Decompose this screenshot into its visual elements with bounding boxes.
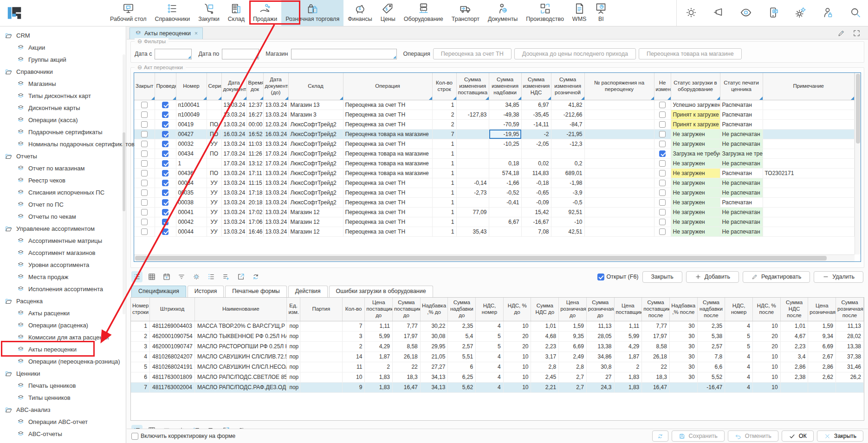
posted-checkbox[interactable] xyxy=(162,228,168,235)
export-icon[interactable] xyxy=(235,271,246,282)
closed-checkbox[interactable] xyxy=(141,228,148,235)
eye-icon[interactable] xyxy=(740,7,752,19)
closed-checkbox[interactable] xyxy=(141,102,148,108)
module-list[interactable]: Справочники xyxy=(150,0,194,26)
posted-checkbox[interactable] xyxy=(162,102,168,108)
column-header[interactable]: Закрыт xyxy=(134,73,155,100)
column-header[interactable]: Цена поставщика xyxy=(614,298,642,321)
no_change-checkbox[interactable] xyxy=(659,209,666,215)
detail-tab[interactable]: Ошибки загрузки в оборудование xyxy=(329,286,433,297)
table-row[interactable]: п10004113.03.2412:3713.03.24Магазин 13Пе… xyxy=(134,100,855,110)
detail-tab[interactable]: Спецификация xyxy=(131,286,186,297)
action-button[interactable]: Добавить xyxy=(686,271,739,283)
module-truck[interactable]: Транспорт xyxy=(447,0,484,26)
column-header[interactable]: Примечание xyxy=(763,73,855,100)
column-header[interactable]: Сумма надбавки после xyxy=(697,298,725,321)
spec-row[interactable]: 74811763002004МАСЛО РАПС/ПОДС.РАФ.ДЕЗ.ОД… xyxy=(131,382,864,392)
sidebar-item-leaf[interactable]: Типы дисконтных карт xyxy=(0,90,126,102)
no_change-checkbox[interactable] xyxy=(659,180,666,186)
sidebar-item-leaf[interactable]: Места продаж xyxy=(0,271,126,283)
sidebar-item-leaf[interactable]: Реестр чеков xyxy=(0,174,126,186)
sidebar-item-folder[interactable]: Отчеты xyxy=(0,150,126,162)
table-row[interactable]: 00042УУ13.03.2417:0613.03.24Магазин 12Пе… xyxy=(134,217,855,227)
column-header[interactable]: Сумма изменения поставщика xyxy=(456,73,489,100)
no_change-checkbox[interactable] xyxy=(659,199,666,206)
sidebar-item-leaf[interactable]: Операции (касса) xyxy=(0,114,126,126)
action-button[interactable]: Редактировать xyxy=(743,271,810,283)
column-header[interactable]: Сумма НДС до xyxy=(531,298,559,321)
closed-checkbox[interactable] xyxy=(141,209,148,215)
spec-row[interactable]: 64811763001809МАСЛО РАПС/ПОДС.СВЕТЛОЕ 85… xyxy=(131,372,864,382)
filter-input-date-to[interactable] xyxy=(222,49,259,59)
collapse-icon[interactable]: ⊖ xyxy=(137,38,142,45)
table-row[interactable]: 00041УУ13.03.2417:0213.03.24Магазин 12Пе… xyxy=(134,207,855,217)
no_change-checkbox[interactable] xyxy=(659,170,666,176)
sidebar-item-folder[interactable]: Управление ассортиментом xyxy=(0,222,126,235)
table-row[interactable]: 00044УУ13.03.2416:4613.03.24Магазин 12Пе… xyxy=(134,227,855,236)
table-row[interactable]: п10004913.03.2416:2713.03.24Магазин 3Пер… xyxy=(134,110,855,119)
theme-icon[interactable] xyxy=(685,7,697,19)
sidebar-item-leaf[interactable]: Отчет по ПС xyxy=(0,198,126,210)
table-row[interactable]: 00034УУ13.03.2411:1513.03.24ЛюксСофтТрей… xyxy=(134,178,855,188)
module-production[interactable]: Производство xyxy=(522,0,568,26)
operation-filter-button[interactable]: Дооценка до цены последнего прихода xyxy=(514,48,636,59)
closed-checkbox[interactable] xyxy=(141,131,148,137)
detail-tab[interactable]: История xyxy=(188,286,224,297)
spec-row[interactable]: 34620001090747МАСЛО РАСТОРОПШИ РФ 0.25Л … xyxy=(131,341,864,352)
column-header[interactable]: Цена розничная до xyxy=(559,298,587,321)
footer-button[interactable]: Закрыть xyxy=(817,430,863,442)
footer-button[interactable]: Сохранить xyxy=(672,430,725,442)
column-header[interactable]: Серия xyxy=(207,73,221,100)
horizontal-scrollbar[interactable] xyxy=(134,254,855,261)
sidebar-item-leaf[interactable]: Магазины xyxy=(0,78,126,90)
closed-checkbox[interactable] xyxy=(141,170,148,176)
table-row[interactable]: 00427ПО16.03.2416:5216.03.24ЛюксСофтТрей… xyxy=(134,129,855,139)
tab-acts-revaluation[interactable]: Акты переоценки × xyxy=(130,27,203,39)
sidebar-item-leaf[interactable]: ABC-отчеты xyxy=(0,428,126,440)
column-header[interactable]: Кол-во строк xyxy=(432,73,456,100)
column-header[interactable]: Сумма изменения НДС xyxy=(521,73,551,100)
calendar-icon[interactable] xyxy=(161,271,172,282)
sidebar-item-leaf[interactable]: Ассортимент магазинов xyxy=(0,247,126,259)
module-trolley[interactable]: Закупки xyxy=(194,0,224,26)
sidebar-item-leaf[interactable]: Операции ABC-отчет xyxy=(0,416,126,428)
column-header[interactable]: Сумма розничная до xyxy=(586,298,614,321)
spec-row[interactable]: 44810268024207МАСЛО САВУШКИН СЛ/СЛИВ.72.… xyxy=(131,352,864,362)
module-desktop[interactable]: Рабочий стол xyxy=(106,0,150,26)
no_change-checkbox[interactable] xyxy=(659,219,666,225)
posted-checkbox[interactable] xyxy=(162,111,168,118)
closed-checkbox[interactable] xyxy=(141,121,148,128)
module-server[interactable]: Оборудование xyxy=(400,0,447,26)
sidebar-item-leaf[interactable]: Акты переоценки xyxy=(0,343,126,355)
spec-row[interactable]: 24620001090754МАСЛО ТЫКВЕННОЕ РФ 0.25Л Н… xyxy=(131,331,864,341)
user-session-icon[interactable] xyxy=(822,7,834,19)
sidebar-item-leaf[interactable]: Исполнения ассортимента xyxy=(0,283,126,295)
table-row[interactable]: 117.03.2413:1217.03.24ЛюксСофтТрейд2Пере… xyxy=(134,158,855,168)
column-header[interactable]: НДС, номер xyxy=(476,298,504,321)
sidebar-item-leaf[interactable]: Дисконтные карты xyxy=(0,102,126,114)
column-header[interactable]: Сумма изменения надбавки xyxy=(489,73,521,100)
sidebar-item-folder[interactable]: Ценники xyxy=(0,367,126,379)
closed-checkbox[interactable] xyxy=(141,141,148,147)
announcement-icon[interactable] xyxy=(713,7,725,19)
filter-icon[interactable] xyxy=(176,271,187,282)
column-header[interactable]: Сумма изменения розничной xyxy=(551,73,584,100)
sidebar-item-leaf[interactable]: Отчет по магазинам xyxy=(0,162,126,174)
posted-checkbox[interactable] xyxy=(162,141,168,147)
column-header[interactable]: Статус загрузки в оборудование xyxy=(671,73,720,100)
sidebar-item-leaf[interactable]: Печать ценников xyxy=(0,379,126,391)
spec-row[interactable]: 14811269004403МАССА ТВОР.20% С ВАР.СГУЩ,… xyxy=(131,321,864,331)
column-header[interactable]: Склад xyxy=(288,73,343,100)
posted-checkbox[interactable] xyxy=(162,199,168,206)
column-header[interactable]: Сумма поставщика после xyxy=(642,298,670,321)
column-header[interactable]: Наименование xyxy=(195,298,287,321)
table-row[interactable]: 00032УУ13.03.2411:0313.03.24ЛюксСофтТрей… xyxy=(134,139,855,149)
module-sales[interactable]: Продажи xyxy=(249,0,281,26)
open-f6-checkbox[interactable] xyxy=(597,274,604,280)
action-button[interactable]: Закрыть xyxy=(642,271,682,283)
operation-filter-button[interactable]: Переоценка за счет ТН xyxy=(433,48,512,59)
sidebar-item-leaf[interactable]: Операции (расценка) xyxy=(0,319,126,331)
posted-checkbox[interactable] xyxy=(162,180,168,186)
closed-checkbox[interactable] xyxy=(141,111,148,118)
column-header[interactable]: Проведен xyxy=(155,73,176,100)
